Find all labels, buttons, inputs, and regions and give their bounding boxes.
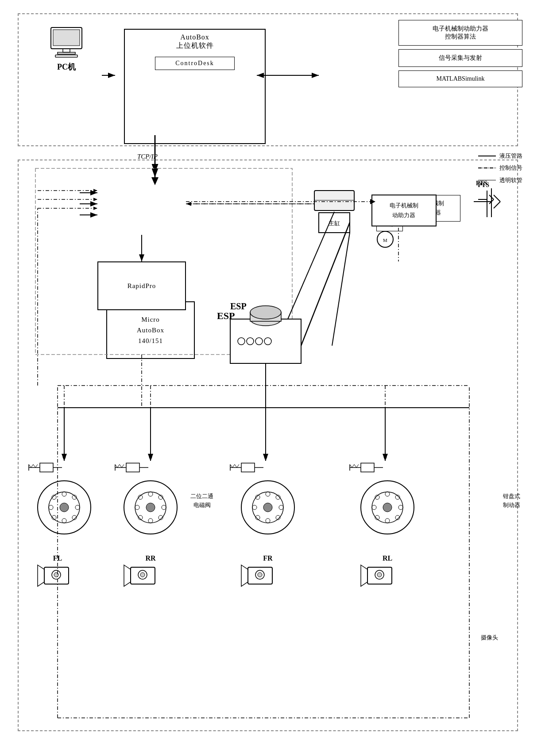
- legend-line-dashdot: [478, 168, 496, 168]
- system-area: [18, 160, 518, 731]
- legend-label-tube: 透明软管: [499, 175, 522, 185]
- pc-label: PC机: [31, 62, 102, 72]
- autobox-area: AutoBox上位机软件 ControDesk: [124, 29, 266, 144]
- caliper-label: 钳盘式制动器: [503, 492, 520, 509]
- svg-rect-2: [63, 49, 70, 52]
- legend-label-control: 控制信号: [499, 163, 522, 173]
- legend-line-solid: [478, 156, 496, 156]
- legend-item-control: 控制信号: [478, 163, 522, 173]
- algo-box-3: MATLABSimulink: [398, 70, 522, 87]
- svg-rect-1: [53, 30, 80, 46]
- controdesk-box: ControDesk: [155, 57, 235, 70]
- rapidpro-box: RapidPro: [97, 261, 186, 310]
- rapidpro-label: RapidPro: [128, 282, 156, 290]
- camera-label: 摄像头: [481, 634, 498, 642]
- svg-rect-3: [58, 52, 75, 54]
- algo-box-2: 信号采集与发射: [398, 49, 522, 67]
- legend-line-thin: [478, 180, 496, 180]
- pc-icon: [49, 27, 84, 58]
- solenoid-label: 二位二通电磁阀: [190, 492, 213, 509]
- algo-area: 电子机械制动助力器控制器算法 信号采集与发射 MATLABSimulink: [398, 20, 522, 91]
- legend-label-hydraulic: 液压管路: [499, 151, 522, 161]
- diagram-container: PC机 AutoBox上位机软件 ControDesk 电子机械制动助力器控制器…: [0, 0, 549, 756]
- legend-item-tube: 透明软管: [478, 175, 522, 185]
- esp-area: ESP: [230, 301, 247, 314]
- pc-box: PC机: [31, 27, 102, 72]
- svg-rect-4: [55, 55, 77, 57]
- tcpip-label: TCP/IP: [137, 153, 158, 160]
- micro-autobox-label: MicroAutoBox140/151: [137, 314, 164, 346]
- legend-item-hydraulic: 液压管路: [478, 151, 522, 161]
- emb-box: 电子机械制动助力器: [398, 195, 460, 222]
- algo-box-1: 电子机械制动助力器控制器算法: [398, 20, 522, 46]
- autobox-title: AutoBox上位机软件: [125, 30, 265, 52]
- esp-label: ESP: [230, 301, 247, 312]
- legend: 液压管路 控制信号 透明软管: [478, 151, 522, 187]
